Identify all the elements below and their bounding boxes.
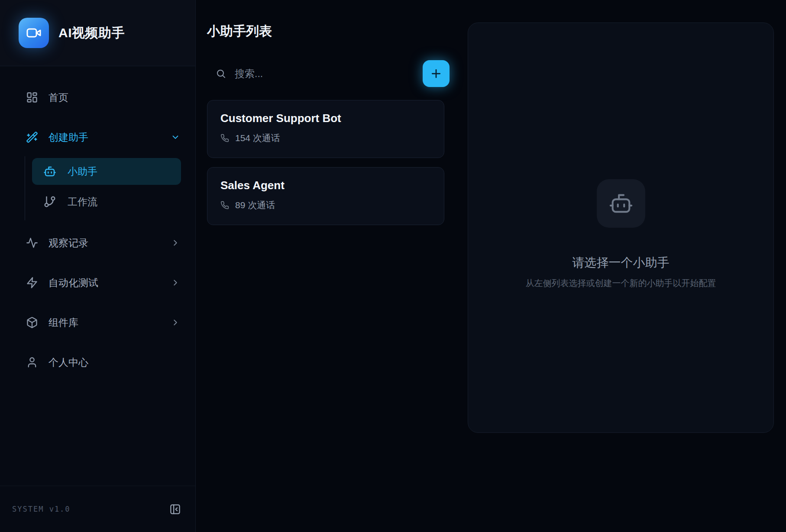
sidebar-item-profile[interactable]: 个人中心 bbox=[0, 349, 180, 375]
empty-state-icon-box bbox=[597, 179, 645, 228]
sidebar-subitem-workflow[interactable]: 工作流 bbox=[32, 188, 181, 215]
sidebar-item-create-assistant[interactable]: 创建助手 bbox=[0, 124, 180, 150]
bot-icon bbox=[608, 191, 634, 216]
app-logo bbox=[19, 18, 49, 48]
git-branch-icon bbox=[43, 195, 56, 208]
sidebar-footer: SYSTEM v1.0 bbox=[0, 486, 195, 532]
assistant-call-count: 154 次通话 bbox=[220, 132, 431, 144]
add-assistant-button[interactable] bbox=[423, 60, 450, 87]
empty-state-title: 请选择一个小助手 bbox=[573, 255, 670, 271]
system-version: SYSTEM v1.0 bbox=[12, 505, 71, 513]
call-count-label: 89 次通话 bbox=[235, 199, 275, 211]
detail-panel: 请选择一个小助手 从左侧列表选择或创建一个新的小助手以开始配置 bbox=[468, 0, 786, 532]
sidebar-item-label: 个人中心 bbox=[49, 356, 88, 369]
plus-icon bbox=[430, 67, 443, 80]
bot-icon bbox=[43, 165, 56, 178]
sidebar-item-label: 创建助手 bbox=[49, 131, 88, 144]
cube-icon bbox=[26, 316, 38, 329]
sidebar-nav: 首页 创建助手 小助手 bbox=[0, 66, 195, 486]
sidebar-item-label: 自动化测试 bbox=[49, 276, 98, 290]
sidebar-subitem-assistant[interactable]: 小助手 bbox=[32, 158, 181, 185]
assistant-list-panel: 小助手列表 Customer Support Bot 154 次通话 bbox=[196, 0, 468, 532]
search-input[interactable] bbox=[234, 68, 423, 80]
chevron-right-icon bbox=[171, 318, 180, 327]
user-icon bbox=[26, 356, 38, 368]
app-header: AI视频助手 bbox=[0, 0, 195, 66]
chevron-down-icon bbox=[171, 132, 180, 142]
search-icon bbox=[216, 68, 226, 79]
dashboard-icon bbox=[26, 91, 38, 103]
search-row bbox=[207, 59, 450, 88]
assistant-list: Customer Support Bot 154 次通话 Sales Agent… bbox=[207, 100, 444, 225]
sidebar-subitem-label: 小助手 bbox=[68, 165, 97, 178]
sidebar-item-home[interactable]: 首页 bbox=[0, 84, 180, 110]
assistant-call-count: 89 次通话 bbox=[220, 199, 431, 211]
sidebar-subitem-label: 工作流 bbox=[68, 195, 97, 209]
sidebar-item-automation-test[interactable]: 自动化测试 bbox=[0, 270, 180, 296]
page-title: 小助手列表 bbox=[207, 23, 468, 40]
empty-state: 请选择一个小助手 从左侧列表选择或创建一个新的小助手以开始配置 bbox=[468, 23, 774, 433]
assistant-name: Customer Support Bot bbox=[220, 112, 431, 125]
lightning-icon bbox=[26, 277, 38, 289]
chevron-right-icon bbox=[171, 238, 180, 248]
phone-icon bbox=[220, 134, 229, 142]
assistant-card[interactable]: Sales Agent 89 次通话 bbox=[207, 167, 444, 225]
empty-state-subtitle: 从左侧列表选择或创建一个新的小助手以开始配置 bbox=[526, 277, 716, 289]
chevron-right-icon bbox=[171, 278, 180, 287]
app-root: AI视频助手 首页 创建助手 bbox=[0, 0, 786, 532]
sidebar-item-component-library[interactable]: 组件库 bbox=[0, 310, 180, 335]
collapse-sidebar-button[interactable] bbox=[169, 503, 181, 515]
sidebar: AI视频助手 首页 创建助手 bbox=[0, 0, 196, 532]
assistant-name: Sales Agent bbox=[220, 179, 431, 192]
sidebar-item-label: 组件库 bbox=[49, 316, 78, 329]
magic-wand-icon bbox=[26, 131, 38, 143]
call-count-label: 154 次通话 bbox=[235, 132, 280, 144]
sidebar-item-label: 观察记录 bbox=[49, 236, 88, 250]
panel-collapse-icon bbox=[169, 503, 181, 515]
app-title: AI视频助手 bbox=[58, 24, 125, 42]
activity-icon bbox=[26, 237, 38, 249]
phone-icon bbox=[220, 201, 229, 210]
sidebar-item-label: 首页 bbox=[49, 91, 68, 104]
video-camera-icon bbox=[26, 25, 42, 41]
assistant-card[interactable]: Customer Support Bot 154 次通话 bbox=[207, 100, 444, 158]
create-assistant-submenu: 小助手 工作流 bbox=[25, 156, 195, 220]
sidebar-item-observation[interactable]: 观察记录 bbox=[0, 230, 180, 256]
